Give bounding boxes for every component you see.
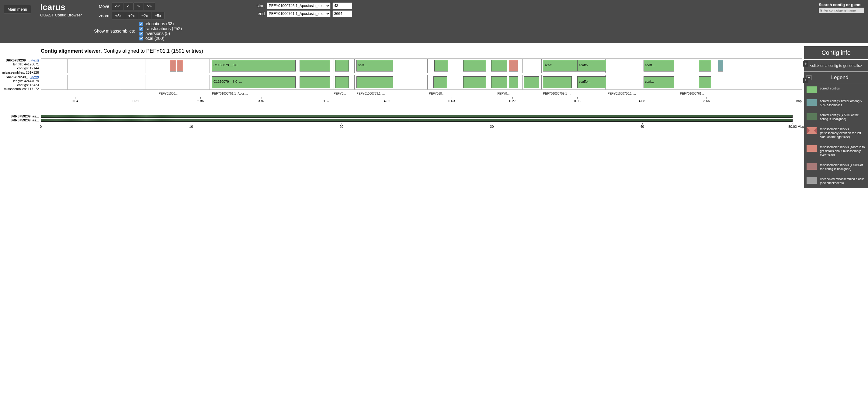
track-text-link[interactable]: (text) [30,58,39,62]
search-input[interactable] [819,8,864,13]
misassembly-checkbox[interactable] [139,32,143,36]
track-name: SRR5759239_... [6,75,30,79]
contig-block[interactable]: C1160079__8.0 [212,60,296,71]
track-stat: misassemblies: 117+72 [1,87,39,91]
move-button[interactable]: > [133,2,144,10]
misassembly-checkbox[interactable] [139,27,143,31]
end-label: end [253,11,265,16]
end-select[interactable]: PEFY01000761.1_Apostasia_shenz... [267,10,331,17]
legend-swatch [807,163,817,170]
search-label: Search contig or gene: [819,2,864,7]
reference-label: PEFY010... [429,92,444,95]
contig-block[interactable]: scaf... [644,76,674,88]
contig-block[interactable] [699,60,711,71]
contig-block[interactable] [335,76,349,88]
contig-block[interactable] [463,60,486,71]
contig-block[interactable] [335,60,349,71]
legend-text: correct contigs (> 50% of the contig is … [820,113,866,121]
overview-track[interactable] [41,115,793,118]
contig-block[interactable] [433,76,447,88]
contig-block[interactable] [300,60,330,71]
legend-text: misassembled blocks (zoom in to get deta… [820,145,866,157]
start-label: start [253,3,265,8]
track-stat: length: 42447079 [1,79,39,83]
track-row: SRR5759239_... (text)length: 42447079con… [1,75,802,91]
contig-block[interactable]: scaff... [644,60,674,71]
contig-block[interactable] [491,76,507,88]
overview-section: SRR5759239_as...SRR5759239_as... Mbp 010… [1,114,802,128]
legend-text: misassembled blocks (misassembly event o… [820,127,866,139]
contig-block[interactable] [300,76,330,88]
expand-track-button[interactable]: + [803,78,808,83]
track-stat: contigs: 18423 [1,83,39,87]
expand-track-button[interactable]: + [803,61,808,67]
contig-block[interactable]: scaffo... [577,76,606,88]
legend-swatch [807,145,817,152]
contig-block[interactable] [356,76,393,88]
misassembly-checkbox[interactable] [139,36,143,40]
app-subtitle: QUAST Contig Browser [40,13,82,17]
legend-item: unchecked misassembled blocks (see check… [804,174,868,188]
end-input[interactable] [333,10,352,17]
contig-block[interactable]: C1160079__8.0_... [212,76,296,88]
axis-tick-label: 3.87 [258,99,265,103]
zoom-button[interactable]: +2x [125,12,138,20]
misassembly-checkbox[interactable] [139,22,143,26]
start-select[interactable]: PEFY01000746.1_Apostasia_shenz... [267,2,331,9]
overview-track-row: SRR5759239_as... [1,118,802,122]
move-button[interactable]: < [123,2,133,10]
overview-track-label: SRR5759239_as... [1,118,41,122]
contig-block[interactable] [524,76,539,88]
contig-block[interactable] [509,76,518,88]
track-labels: SRR5759239_... (text)length: 42447079con… [1,75,41,91]
axis-tick-label: 0.31 [133,99,139,103]
axis-tick-label: 4.08 [639,99,645,103]
overview-track[interactable] [41,119,793,122]
reference-label: PEFY01000753.1_... [356,92,385,95]
legend-swatch [807,127,817,134]
track-row: SRR5759239_... (text)length: 44120071con… [1,58,802,74]
contig-block[interactable] [434,60,448,71]
reference-label: PEFY01000761... [680,92,704,95]
contig-block[interactable] [543,76,572,88]
contig-block[interactable] [177,60,183,71]
contig-block[interactable] [170,60,176,71]
start-input[interactable] [333,2,352,9]
legend-swatch [807,99,817,106]
axis-tick-label: 0.04 [72,99,78,103]
main-menu-button[interactable]: Main menu [4,5,31,14]
legend-text: unchecked misassembled blocks (see check… [820,177,866,185]
reference-label: PEFY01000759.1_... [543,92,571,95]
move-button[interactable]: << [112,2,123,10]
legend-text: correct contigs similar among > 50% asse… [820,99,866,107]
track-area[interactable]: C1160079__8.0scaf...scaff...scaffo...sca… [41,58,802,73]
contig-block[interactable] [491,60,507,71]
legend-item: correct contigs [804,83,868,96]
contig-block[interactable] [699,76,711,88]
zoom-button[interactable]: −5x [151,12,164,20]
misassembly-item: relocations (33) [139,21,182,26]
move-button[interactable]: >> [144,2,155,10]
contig-block[interactable]: scaffo... [577,60,606,71]
app-title: Icarus [40,2,82,12]
legend-swatch [807,177,817,184]
contig-block[interactable] [718,60,723,71]
track-area[interactable]: C1160079__8.0_...scaffo...scaf...+ [41,75,802,90]
misassembly-label-text: translocations (252) [145,26,182,31]
search-block: Search contig or gene: [819,2,864,13]
viewer-column: Contig alignment viewer. Contigs aligned… [0,43,804,188]
misassembly-item: translocations (252) [139,26,182,31]
legend-text: misassembled blocks (> 50% of the contig… [820,163,866,171]
misassembly-item: inversions (5) [139,31,182,36]
zoom-button[interactable]: −2x [138,12,151,20]
contig-block[interactable] [463,76,486,88]
zoom-button[interactable]: +5x [112,12,125,20]
axis-tick-label: 4.32 [384,99,390,103]
contig-block[interactable]: scaf... [356,60,393,71]
legend-item: misassembled blocks (zoom in to get deta… [804,142,868,160]
reference-label: PEFY01000... [159,92,178,95]
contig-block[interactable] [509,60,518,71]
zoom-label: zoom [94,13,109,18]
axis-tick-label: 2.86 [197,99,204,103]
track-text-link[interactable]: (text) [30,75,39,79]
